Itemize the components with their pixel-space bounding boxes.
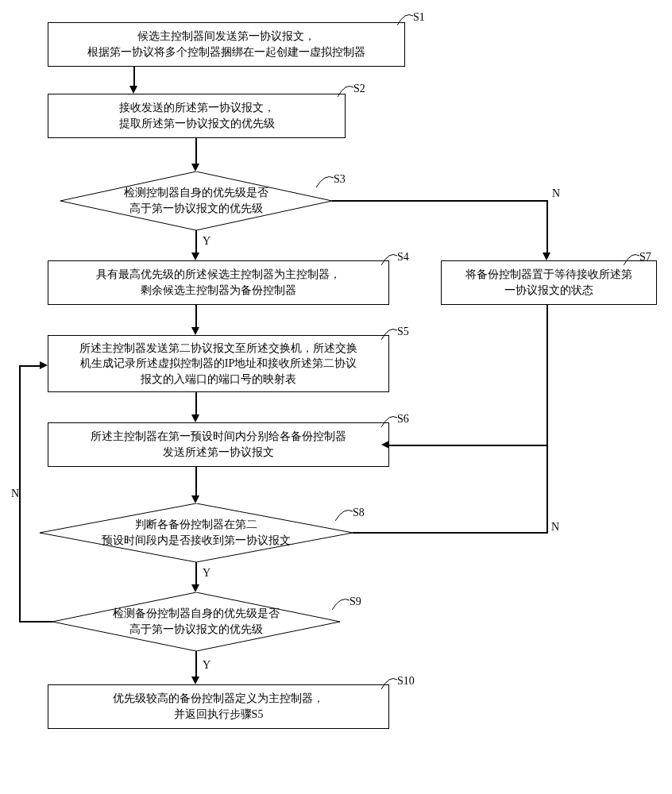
label-s3-no: N bbox=[552, 187, 560, 200]
flowchart-container: 候选主控制器间发送第一协议报文， 根据第一协议将多个控制器捆绑在一起创建一虚拟控… bbox=[0, 0, 672, 794]
arrowhead-s9-no bbox=[40, 361, 48, 369]
arrow-s9-yes bbox=[195, 651, 197, 678]
arrowhead-s3-yes bbox=[191, 252, 199, 260]
tick-s10 bbox=[381, 675, 397, 689]
arrow-s8-no-h bbox=[353, 532, 547, 534]
tick-s5 bbox=[381, 326, 397, 340]
arrow-s4-s5 bbox=[195, 305, 197, 329]
step-s1-label: S1 bbox=[413, 11, 425, 24]
step-s3-text: 检测控制器自身的优先级是否 高于第一协议报文的优先级 bbox=[124, 185, 268, 216]
step-s3-label: S3 bbox=[334, 173, 346, 186]
arrow-s1-s2 bbox=[133, 67, 135, 87]
step-s6-box: 所述主控制器在第一预设时间内分别给各备份控制器 发送所述第一协议报文 bbox=[48, 422, 389, 467]
step-s1-box: 候选主控制器间发送第一协议报文， 根据第一协议将多个控制器捆绑在一起创建一虚拟控… bbox=[48, 22, 405, 67]
arrow-s3-yes bbox=[195, 230, 197, 254]
step-s2-text: 接收发送的所述第一协议报文， 提取所述第一协议报文的优先级 bbox=[119, 100, 275, 131]
step-s2-box: 接收发送的所述第一协议报文， 提取所述第一协议报文的优先级 bbox=[48, 94, 346, 138]
arrow-s3-no-h bbox=[332, 200, 546, 202]
step-s10-text: 优先级较高的备份控制器定义为主控制器， 并返回执行步骤S5 bbox=[113, 691, 324, 722]
step-s9-diamond: 检测备份控制器自身的优先级是否 高于第一协议报文的优先级 bbox=[52, 592, 340, 651]
tick-s6 bbox=[381, 413, 397, 427]
tick-s9 bbox=[332, 596, 350, 610]
step-s9-label: S9 bbox=[350, 596, 361, 608]
label-s8-no: N bbox=[551, 521, 559, 534]
tick-s4 bbox=[381, 251, 397, 265]
tick-s7 bbox=[624, 251, 639, 265]
step-s3-diamond: 检测控制器自身的优先级是否 高于第一协议报文的优先级 bbox=[60, 172, 332, 230]
arrow-s7-s6-h bbox=[389, 445, 547, 446]
arrow-s9-no-v bbox=[19, 365, 21, 622]
step-s9-text: 检测备份控制器自身的优先级是否 高于第一协议报文的优先级 bbox=[113, 606, 280, 637]
step-s10-label: S10 bbox=[397, 675, 415, 688]
step-s8-text: 判断各备份控制器在第二 预设时间段内是否接收到第一协议报文 bbox=[102, 517, 291, 548]
arrowhead-s3-no bbox=[543, 252, 550, 260]
step-s4-text: 具有最高优先级的所述候选主控制器为主控制器， 剩余候选主控制器为备份控制器 bbox=[96, 267, 341, 298]
arrow-s5-s6 bbox=[195, 392, 197, 416]
label-s9-yes: Y bbox=[203, 659, 210, 672]
tick-s3 bbox=[316, 173, 334, 187]
tick-s1 bbox=[397, 11, 413, 25]
arrowhead-s6-s8 bbox=[191, 495, 199, 503]
arrow-s9-no-h2 bbox=[19, 365, 40, 367]
step-s1-text: 候选主控制器间发送第一协议报文， 根据第一协议将多个控制器捆绑在一起创建一虚拟控… bbox=[87, 29, 365, 60]
label-s3-yes: Y bbox=[203, 235, 210, 248]
arrowhead-s8-yes bbox=[191, 584, 199, 592]
label-s8-yes: Y bbox=[203, 567, 210, 580]
arrowhead-s5-s6 bbox=[191, 414, 199, 422]
step-s8-diamond: 判断各备份控制器在第二 预设时间段内是否接收到第一协议报文 bbox=[40, 503, 353, 562]
step-s4-box: 具有最高优先级的所述候选主控制器为主控制器， 剩余候选主控制器为备份控制器 bbox=[48, 260, 389, 305]
step-s7-label: S7 bbox=[639, 251, 651, 264]
step-s8-label: S8 bbox=[353, 507, 365, 519]
step-s5-label: S5 bbox=[397, 326, 409, 338]
arrowhead-s7-s6 bbox=[381, 441, 389, 449]
step-s6-text: 所述主控制器在第一预设时间内分别给各备份控制器 发送所述第一协议报文 bbox=[91, 429, 346, 460]
arrowhead-s4-s5 bbox=[191, 327, 199, 335]
label-s9-no: N bbox=[11, 488, 19, 500]
step-s10-box: 优先级较高的备份控制器定义为主控制器， 并返回执行步骤S5 bbox=[48, 684, 389, 729]
step-s7-text: 将备份控制器置于等待接收所述第 一协议报文的状态 bbox=[465, 267, 632, 298]
step-s2-label: S2 bbox=[353, 83, 365, 95]
step-s5-text: 所述主控制器发送第二协议报文至所述交换机，所述交换 机生成记录所述虚拟控制器的I… bbox=[79, 341, 357, 387]
arrow-s8-no-v bbox=[546, 445, 548, 534]
step-s6-label: S6 bbox=[397, 413, 409, 426]
step-s4-label: S4 bbox=[397, 251, 409, 264]
arrow-s8-yes bbox=[195, 562, 197, 586]
tick-s8 bbox=[335, 507, 353, 521]
arrow-s6-s8 bbox=[195, 467, 197, 497]
arrowhead-s2-s3 bbox=[191, 164, 199, 172]
arrowhead-s9-yes bbox=[191, 676, 199, 684]
tick-s2 bbox=[338, 83, 353, 97]
step-s5-box: 所述主控制器发送第二协议报文至所述交换机，所述交换 机生成记录所述虚拟控制器的I… bbox=[48, 335, 389, 392]
step-s7-box: 将备份控制器置于等待接收所述第 一协议报文的状态 bbox=[441, 260, 657, 305]
arrow-s2-s3 bbox=[195, 138, 197, 165]
arrowhead-s1-s2 bbox=[129, 86, 137, 94]
arrow-s9-no-h bbox=[19, 621, 52, 622]
arrow-s3-no-v bbox=[546, 200, 548, 254]
arrow-s7-s6-v bbox=[546, 305, 548, 445]
